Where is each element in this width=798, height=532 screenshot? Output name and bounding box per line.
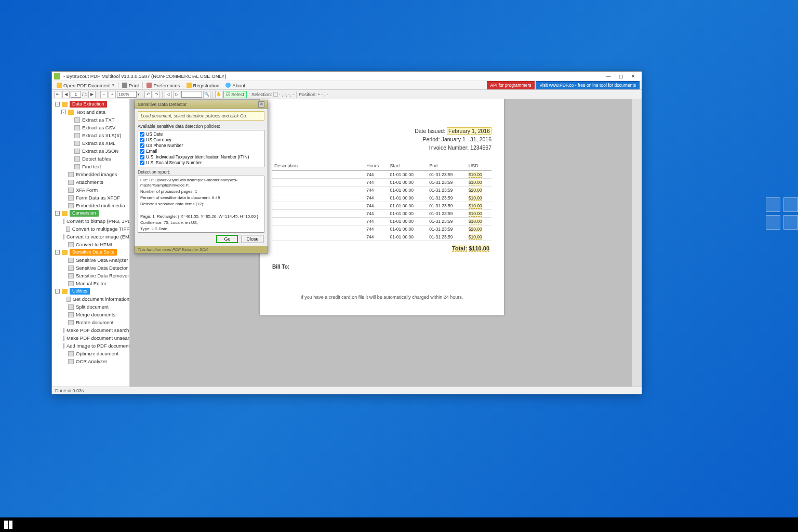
- sidebar-item[interactable]: −Data Extraction: [52, 100, 129, 108]
- zoom-in-button[interactable]: +: [109, 91, 116, 98]
- table-header: Description: [272, 161, 364, 171]
- policy-checkbox[interactable]: U.S. Individual Taxpayer Identification …: [140, 154, 262, 160]
- sidebar-item[interactable]: Sensitive Data Detector: [52, 264, 129, 272]
- sidebar-item[interactable]: Sensitive Data Remover: [52, 272, 129, 280]
- sidebar-item[interactable]: Embedded multimedia: [52, 202, 129, 209]
- start-button[interactable]: [4, 521, 12, 529]
- table-header: USD: [467, 161, 491, 171]
- api-link[interactable]: API for programmers: [487, 81, 535, 89]
- dialog-close-button[interactable]: ✕: [258, 101, 264, 108]
- policy-checkbox[interactable]: Email: [140, 149, 262, 154]
- policy-checkbox[interactable]: US Date: [140, 131, 262, 137]
- sidebar-item[interactable]: Merge documents: [52, 311, 129, 318]
- sidebar-item[interactable]: Convert to vector image (EMF): [52, 233, 129, 241]
- sidebar-item[interactable]: Rotate document: [52, 318, 129, 326]
- period: Period: January 1 - 31, 2016: [272, 136, 491, 144]
- maximize-button[interactable]: ▢: [615, 74, 627, 79]
- sidebar-item[interactable]: −Sensitive Data Suite: [52, 248, 129, 256]
- sidebar-item[interactable]: Sensitive Data Analyzer: [52, 256, 129, 264]
- invoice-number: Invoice Number: 1234567: [272, 144, 491, 152]
- next-page-button[interactable]: ▶: [88, 91, 96, 98]
- statusbar: Done in 0.03s.: [52, 387, 642, 394]
- about-button[interactable]: About: [223, 83, 248, 88]
- sidebar-item[interactable]: XFA Form: [52, 186, 129, 194]
- close-button[interactable]: ✕: [627, 74, 640, 79]
- bill-to: Bill To:: [272, 264, 491, 270]
- app-icon: [54, 73, 60, 79]
- sidebar-item[interactable]: Convert to HTML: [52, 241, 129, 248]
- find-next-button[interactable]: ▷: [173, 91, 180, 98]
- preferences-button[interactable]: Preferences: [144, 83, 182, 88]
- sidebar-item[interactable]: Convert to bitmap (PNG, JPEG, ...): [52, 217, 129, 225]
- menubar: Open PDF Document▾ Print Preferences Reg…: [52, 81, 642, 90]
- table-header: End: [427, 161, 467, 171]
- sidebar-item[interactable]: −Conversion: [52, 209, 129, 217]
- table-row: 74401-01 00:0001-31 23:59$10.00: [272, 171, 491, 179]
- dialog-hint: Load document, select detection policies…: [138, 111, 264, 121]
- find-input[interactable]: [181, 91, 202, 98]
- position-label: Position:: [299, 92, 317, 97]
- pdf-page: Date Issued: February 1, 2016 Period: Ja…: [260, 99, 504, 315]
- sidebar-item[interactable]: −Utilities: [52, 287, 129, 295]
- pdfco-link[interactable]: Visit www.PDF.co - free online tool for …: [536, 81, 640, 89]
- date-issued-value: February 1, 2016: [447, 127, 491, 135]
- sidebar-item[interactable]: Extract as CSV: [52, 124, 129, 131]
- select-tool-button[interactable]: ☑Select: [223, 91, 247, 98]
- sidebar-item[interactable]: Split document: [52, 303, 129, 311]
- sidebar-item[interactable]: OCR Analyzer: [52, 357, 129, 365]
- sidebar-item[interactable]: -Text and data: [52, 108, 129, 116]
- sidebar-item[interactable]: Extract as XLS(X): [52, 131, 129, 139]
- sidebar-item[interactable]: Extract as XML: [52, 139, 129, 147]
- sidebar-item[interactable]: Extract as JSON: [52, 147, 129, 155]
- registration-button[interactable]: Registration: [184, 83, 222, 88]
- sidebar-item[interactable]: Manual Editor: [52, 280, 129, 287]
- sidebar-item[interactable]: Convert to multipage TIFF: [52, 225, 129, 233]
- total-value: $110.00: [469, 245, 489, 252]
- table-row: 74401-01 00:0001-31 23:59$10.00: [272, 218, 491, 225]
- table-header: Hours: [364, 161, 388, 171]
- print-button[interactable]: Print: [119, 83, 142, 88]
- sidebar-item[interactable]: Detect tables: [52, 155, 129, 163]
- policy-checkbox[interactable]: US Phone Number: [140, 143, 262, 149]
- sidebar-item[interactable]: Make PDF document searchable: [52, 326, 129, 334]
- date-issued-label: Date Issued:: [415, 128, 445, 134]
- prev-page-button[interactable]: ◀: [62, 91, 70, 98]
- sidebar-item[interactable]: Add image to PDF document: [52, 342, 129, 350]
- titlebar: - ByteScout PDF Multitool v10.3.0.3587 (…: [52, 72, 642, 81]
- policy-checkbox[interactable]: U.S. Social Security Number: [140, 160, 262, 166]
- find-button[interactable]: 🔍: [203, 91, 210, 98]
- close-button[interactable]: Close: [242, 235, 263, 243]
- table-row: 74401-01 00:0001-31 23:59$20.00: [272, 225, 491, 233]
- find-prev-button[interactable]: ◁: [165, 91, 172, 98]
- sidebar-item[interactable]: Attachments: [52, 178, 129, 186]
- taskbar[interactable]: [0, 517, 798, 532]
- toolbar: ⇤ ◀ / 1 ▶ − + 100%▾ ↶ ↷ ◁ ▷ 🔍 ✋ ☑Select …: [52, 90, 642, 99]
- sidebar-item[interactable]: Form Data as XFDF: [52, 194, 129, 202]
- go-button[interactable]: Go: [216, 235, 238, 243]
- preferences-icon: [147, 83, 152, 88]
- sidebar-item[interactable]: Optimize document: [52, 350, 129, 357]
- sidebar-item[interactable]: Extract as TXT: [52, 116, 129, 124]
- minimize-button[interactable]: —: [602, 74, 615, 79]
- rotate-right-button[interactable]: ↷: [153, 91, 160, 98]
- first-page-button[interactable]: ⇤: [54, 91, 61, 98]
- sidebar-item[interactable]: Make PDF document unsearchable: [52, 334, 129, 342]
- hand-tool-button[interactable]: ✋: [215, 91, 222, 98]
- position-icon: +: [318, 92, 321, 97]
- zoom-select[interactable]: 100%: [117, 91, 137, 98]
- vertical-scrollbar[interactable]: [632, 99, 642, 387]
- policy-checkbox[interactable]: US Currency: [140, 137, 262, 143]
- sidebar-item[interactable]: Find text: [52, 163, 129, 170]
- detection-report[interactable]: File: D:\Upwork\ByteScout\samples-master…: [138, 176, 264, 233]
- rotate-left-button[interactable]: ↶: [144, 91, 152, 98]
- invoice-table: DescriptionHoursStartEndUSD 74401-01 00:…: [272, 161, 491, 241]
- zoom-out-button[interactable]: −: [100, 91, 108, 98]
- sidebar-item[interactable]: Get document information: [52, 295, 129, 303]
- folder-icon: [57, 83, 62, 88]
- page-input[interactable]: [71, 91, 81, 98]
- table-header: Start: [388, 161, 428, 171]
- table-row: 74401-01 00:0001-31 23:59$10.00: [272, 233, 491, 241]
- open-pdf-button[interactable]: Open PDF Document▾: [54, 83, 117, 88]
- registration-icon: [187, 83, 192, 88]
- sidebar-item[interactable]: Embedded images: [52, 170, 129, 178]
